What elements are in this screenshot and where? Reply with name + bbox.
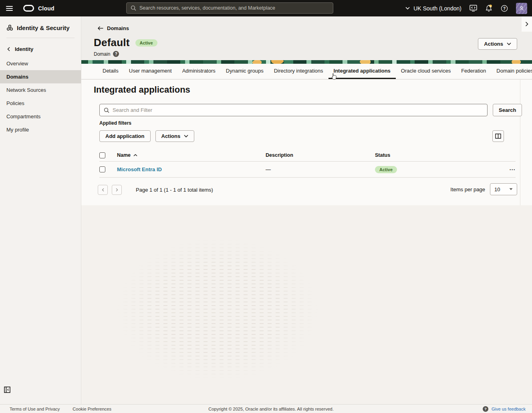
person-icon — [518, 5, 525, 12]
domain-help-icon[interactable]: ? — [113, 51, 119, 57]
table-header-row: Name Description Status — [99, 149, 516, 162]
sidebar-item-policies[interactable]: Policies — [0, 97, 81, 110]
filter-search-field[interactable] — [99, 104, 488, 116]
search-icon — [104, 107, 109, 113]
terms-link[interactable]: Terms of Use and Privacy — [10, 407, 60, 411]
panel-divider — [520, 80, 520, 205]
main-content: Domains Default Active Domain ? Actions … — [81, 16, 532, 404]
table-row: Microsoft Entra ID — Active ⋯ — [99, 162, 516, 178]
user-profile-avatar[interactable] — [516, 3, 527, 14]
tab-federation[interactable]: Federation — [456, 64, 491, 79]
hamburger-menu-icon[interactable] — [0, 0, 18, 16]
tab-domain-policies[interactable]: Domain policies — [491, 64, 532, 79]
applied-filters-label: Applied filters — [99, 120, 131, 126]
cookie-preferences-link[interactable]: Cookie Preferences — [73, 407, 111, 411]
dropdown-arrow-icon — [509, 188, 513, 190]
row-description: — — [266, 166, 375, 172]
global-search-input[interactable] — [139, 5, 329, 11]
brand[interactable]: Cloud — [23, 5, 54, 12]
decorative-banner — [81, 60, 532, 64]
footer: Terms of Use and Privacy Cookie Preferen… — [0, 404, 532, 413]
sidebar-item-compartments[interactable]: Compartments — [0, 110, 81, 123]
columns-icon — [495, 134, 501, 139]
applications-table: Name Description Status Microsoft Entra … — [99, 149, 516, 178]
column-description: Description — [266, 152, 375, 158]
manage-columns-button[interactable] — [492, 130, 504, 142]
sort-ascending-icon[interactable] — [133, 154, 137, 156]
sidebar-item-domains[interactable]: Domains — [0, 70, 81, 83]
previous-page-button[interactable] — [98, 185, 108, 195]
region-selector[interactable]: UK South (London) — [405, 5, 461, 12]
chevron-left-icon — [102, 188, 104, 192]
feedback-link[interactable]: Give us feedback — [492, 407, 526, 411]
chevron-down-icon — [507, 43, 511, 45]
cloud-shell-icon[interactable] — [469, 4, 477, 12]
oracle-logo-icon — [23, 5, 34, 12]
oci-console: Cloud UK South (London) ? — [0, 0, 532, 413]
collapse-sidebar-icon[interactable] — [4, 387, 10, 395]
page-actions-label: Actions — [484, 41, 503, 47]
sidebar-back-label: Identity — [15, 46, 33, 52]
watermark-pattern — [91, 219, 344, 400]
tab-directory-integrations[interactable]: Directory integrations — [269, 64, 328, 79]
row-actions-menu-icon[interactable]: ⋯ — [509, 166, 516, 173]
feedback-help-icon: ? — [483, 406, 488, 412]
items-per-page-value: 10 — [494, 186, 500, 192]
application-link[interactable]: Microsoft Entra ID — [117, 166, 162, 172]
sidebar-item-network-sources[interactable]: Network Sources — [0, 83, 81, 97]
page-actions-button[interactable]: Actions — [478, 38, 517, 50]
resource-type-label: Domain — [94, 51, 110, 57]
row-checkbox[interactable] — [99, 166, 105, 172]
sidebar-title: Identity & Security — [0, 16, 81, 38]
filter-search-input[interactable] — [113, 107, 483, 113]
copyright-text: Copyright © 2025, Oracle and/or its affi… — [208, 407, 333, 411]
next-page-button[interactable] — [112, 185, 122, 195]
status-badge: Active — [135, 39, 157, 47]
breadcrumb-label: Domains — [107, 25, 129, 31]
column-status: Status — [375, 152, 500, 158]
tab-integrated-applications[interactable]: Integrated applications — [328, 64, 396, 79]
svg-text:?: ? — [503, 6, 506, 10]
top-navigation-bar: Cloud UK South (London) ? — [0, 0, 532, 16]
items-per-page-label: Items per page — [450, 186, 485, 192]
sidebar-item-overview[interactable]: Overview — [0, 57, 81, 70]
integrated-applications-panel: Integrated applications Search Applied f… — [81, 80, 532, 205]
items-per-page-select[interactable]: 10 — [490, 183, 517, 195]
left-sidebar: Identity & Security Identity Overview Do… — [0, 16, 81, 404]
search-icon — [131, 5, 136, 11]
chevron-left-icon — [7, 47, 10, 51]
tab-details[interactable]: Details — [97, 64, 124, 79]
tab-user-management[interactable]: User management — [124, 64, 177, 79]
tab-administrators[interactable]: Administrators — [177, 64, 221, 79]
notifications-bell-icon[interactable] — [485, 4, 493, 12]
help-icon[interactable]: ? — [500, 4, 508, 12]
tab-oracle-cloud-services[interactable]: Oracle cloud services — [396, 64, 456, 79]
chevron-down-icon — [184, 135, 188, 138]
breadcrumb[interactable]: Domains — [98, 25, 129, 31]
tabs-scroll-right-icon[interactable] — [522, 16, 532, 32]
domain-tabs: Details User management Administrators D… — [81, 64, 532, 79]
chevron-right-icon — [116, 188, 118, 192]
brand-name: Cloud — [38, 5, 54, 12]
content-heading: Integrated applications — [94, 85, 190, 95]
topbar-utilities: UK South (London) ? — [405, 3, 532, 14]
identity-security-icon — [6, 24, 13, 31]
add-application-button[interactable]: Add application — [99, 130, 151, 142]
region-label: UK South (London) — [413, 5, 461, 12]
sidebar-title-label: Identity & Security — [17, 24, 70, 31]
chevron-down-icon — [405, 7, 410, 10]
page-title: Default — [94, 36, 130, 49]
table-actions-label: Actions — [161, 133, 181, 139]
back-arrow-icon — [98, 26, 103, 30]
content-background — [81, 205, 532, 404]
search-button[interactable]: Search — [493, 104, 522, 116]
pagination-summary: Page 1 of 1 (1 - 1 of 1 total items) — [136, 187, 213, 193]
tab-dynamic-groups[interactable]: Dynamic groups — [221, 64, 269, 79]
table-actions-button[interactable]: Actions — [155, 130, 195, 142]
sidebar-item-my-profile[interactable]: My profile — [0, 123, 81, 136]
row-status-badge: Active — [375, 166, 397, 173]
column-name[interactable]: Name — [117, 152, 131, 158]
global-search-bar[interactable] — [126, 2, 333, 14]
sidebar-back-identity[interactable]: Identity — [0, 38, 81, 57]
select-all-checkbox[interactable] — [99, 152, 105, 158]
